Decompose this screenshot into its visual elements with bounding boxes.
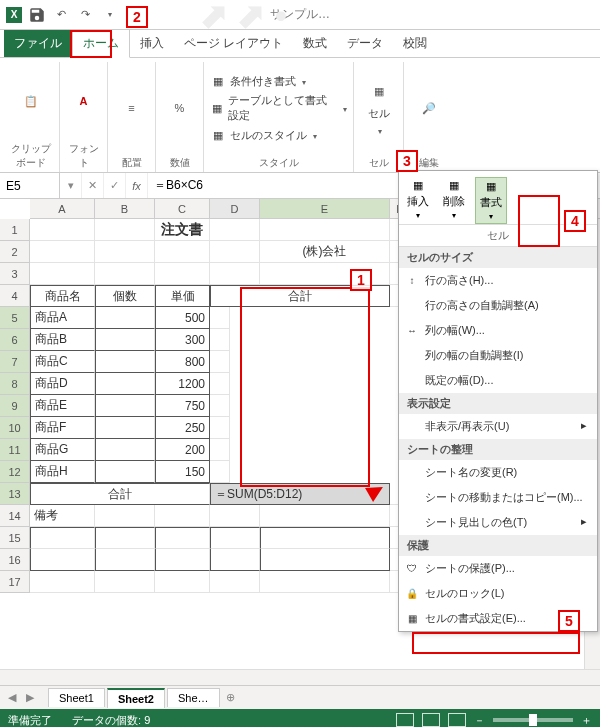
cell-D17[interactable] xyxy=(210,571,260,593)
cell-C16[interactable] xyxy=(155,549,210,571)
cell-A6[interactable]: 商品B xyxy=(30,329,95,351)
cell-C5[interactable]: 500 xyxy=(155,307,210,329)
col-header-B[interactable]: B xyxy=(95,199,155,218)
row-header-1[interactable]: 1 xyxy=(0,219,29,241)
cell-E2[interactable]: (株)会社 xyxy=(260,241,390,263)
cell-B12[interactable] xyxy=(95,461,155,483)
panel-format-button[interactable]: ▦書式▾ xyxy=(475,177,507,224)
cell-A11[interactable]: 商品G xyxy=(30,439,95,461)
cell-E14[interactable] xyxy=(260,505,390,527)
cell-C3[interactable] xyxy=(155,263,210,285)
cell-F6[interactable] xyxy=(210,329,230,351)
row-header-15[interactable]: 15 xyxy=(0,527,29,549)
row-header-11[interactable]: 11 xyxy=(0,439,29,461)
menu-default-width[interactable]: 既定の幅(D)... xyxy=(399,368,597,393)
cell-E15[interactable] xyxy=(260,527,390,549)
clipboard-button[interactable]: 📋 xyxy=(16,86,46,116)
cell-A9[interactable]: 商品E xyxy=(30,395,95,417)
cell-E17[interactable] xyxy=(260,571,390,593)
row-header-10[interactable]: 10 xyxy=(0,417,29,439)
col-header-A[interactable]: A xyxy=(30,199,95,218)
zoom-out-button[interactable]: － xyxy=(474,713,485,728)
cell-A14[interactable]: 備考 xyxy=(30,505,95,527)
menu-autofit-col[interactable]: 列の幅の自動調整(I) xyxy=(399,343,597,368)
tab-formulas[interactable]: 数式 xyxy=(293,30,337,57)
cell-B16[interactable] xyxy=(95,549,155,571)
cell-A7[interactable]: 商品C xyxy=(30,351,95,373)
panel-insert-button[interactable]: ▦挿入▾ xyxy=(403,177,433,224)
cancel-formula-icon[interactable]: ✕ xyxy=(82,173,104,198)
row-header-16[interactable]: 16 xyxy=(0,549,29,571)
cell-F12[interactable] xyxy=(210,461,230,483)
zoom-in-button[interactable]: ＋ xyxy=(581,713,592,728)
cell-styles-button[interactable]: ▦セルのスタイル xyxy=(210,125,317,145)
cell-C10[interactable]: 250 xyxy=(155,417,210,439)
row-header-8[interactable]: 8 xyxy=(0,373,29,395)
row-header-7[interactable]: 7 xyxy=(0,351,29,373)
cell-D13[interactable]: ＝SUM(D5:D12) xyxy=(210,483,390,505)
tab-file[interactable]: ファイル xyxy=(4,30,72,57)
editing-button[interactable]: 🔎 xyxy=(414,93,444,123)
tab-insert[interactable]: 挿入 xyxy=(130,30,174,57)
alignment-button[interactable]: ≡ xyxy=(117,93,147,123)
cell-D14[interactable] xyxy=(210,505,260,527)
row-header-17[interactable]: 17 xyxy=(0,571,29,593)
view-break-icon[interactable] xyxy=(448,713,466,727)
cell-C15[interactable] xyxy=(155,527,210,549)
cell-C1[interactable]: 注文書 xyxy=(155,219,210,241)
col-header-D[interactable]: D xyxy=(210,199,260,218)
cell-C4[interactable]: 単価 xyxy=(155,285,210,307)
menu-tab-color[interactable]: シート見出しの色(T)▸ xyxy=(399,510,597,535)
menu-hide-unhide[interactable]: 非表示/再表示(U)▸ xyxy=(399,414,597,439)
conditional-format-button[interactable]: ▦条件付き書式 xyxy=(210,71,306,91)
cell-C2[interactable] xyxy=(155,241,210,263)
row-header-6[interactable]: 6 xyxy=(0,329,29,351)
cell-B7[interactable] xyxy=(95,351,155,373)
save-icon[interactable] xyxy=(28,6,46,24)
menu-row-height[interactable]: ↕行の高さ(H)... xyxy=(399,268,597,293)
menu-rename-sheet[interactable]: シート名の変更(R) xyxy=(399,460,597,485)
menu-move-copy[interactable]: シートの移動またはコピー(M)... xyxy=(399,485,597,510)
cell-A5[interactable]: 商品A xyxy=(30,307,95,329)
cell-F8[interactable] xyxy=(210,373,230,395)
cell-B4[interactable]: 個数 xyxy=(95,285,155,307)
menu-protect-sheet[interactable]: 🛡シートの保護(P)... xyxy=(399,556,597,581)
cell-B17[interactable] xyxy=(95,571,155,593)
cell-E1[interactable] xyxy=(260,219,390,241)
cell-B1[interactable] xyxy=(95,219,155,241)
row-header-2[interactable]: 2 xyxy=(0,241,29,263)
cell-C9[interactable]: 750 xyxy=(155,395,210,417)
tab-home[interactable]: ホーム xyxy=(72,29,130,58)
cell-A1[interactable] xyxy=(30,219,95,241)
sheet-tab-2[interactable]: Sheet2 xyxy=(107,688,165,708)
name-box-dropdown[interactable]: ▾ xyxy=(60,173,82,198)
cell-C6[interactable]: 300 xyxy=(155,329,210,351)
cell-C14[interactable] xyxy=(155,505,210,527)
menu-lock-cell[interactable]: 🔒セルのロック(L) xyxy=(399,581,597,606)
enter-formula-icon[interactable]: ✓ xyxy=(104,173,126,198)
sheet-tab-1[interactable]: Sheet1 xyxy=(48,688,105,707)
cell-C11[interactable]: 200 xyxy=(155,439,210,461)
cell-A8[interactable]: 商品D xyxy=(30,373,95,395)
row-header-9[interactable]: 9 xyxy=(0,395,29,417)
cell-B3[interactable] xyxy=(95,263,155,285)
col-header-E[interactable]: E xyxy=(260,199,390,218)
cell-B10[interactable] xyxy=(95,417,155,439)
menu-col-width[interactable]: ↔列の幅(W)... xyxy=(399,318,597,343)
qat-customize-icon[interactable] xyxy=(100,6,118,24)
cell-A17[interactable] xyxy=(30,571,95,593)
cell-F9[interactable] xyxy=(210,395,230,417)
sheet-tab-3[interactable]: She… xyxy=(167,688,220,707)
cell-A16[interactable] xyxy=(30,549,95,571)
cell-D3[interactable] xyxy=(210,263,260,285)
cell-B9[interactable] xyxy=(95,395,155,417)
cell-A3[interactable] xyxy=(30,263,95,285)
cell-B5[interactable] xyxy=(95,307,155,329)
sheet-nav-prev[interactable]: ◀ xyxy=(4,691,20,704)
tab-data[interactable]: データ xyxy=(337,30,393,57)
cell-A2[interactable] xyxy=(30,241,95,263)
cell-D2[interactable] xyxy=(210,241,260,263)
fx-icon[interactable]: fx xyxy=(126,173,148,198)
row-header-14[interactable]: 14 xyxy=(0,505,29,527)
cell-C17[interactable] xyxy=(155,571,210,593)
